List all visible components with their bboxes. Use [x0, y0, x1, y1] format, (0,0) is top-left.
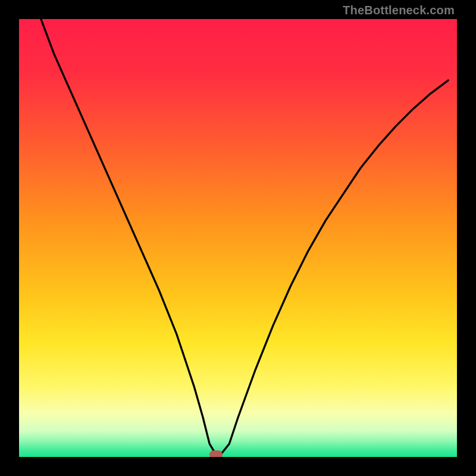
plot-area	[19, 19, 457, 457]
watermark-text: TheBottleneck.com	[343, 4, 455, 17]
bottleneck-curve	[19, 19, 457, 457]
optimal-point-marker	[209, 450, 223, 457]
chart-frame: TheBottleneck.com	[0, 0, 476, 476]
